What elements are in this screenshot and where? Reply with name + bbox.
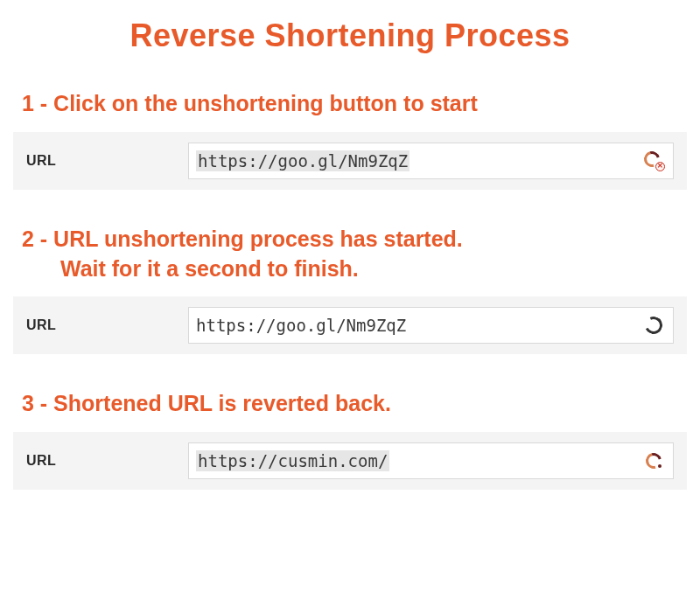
step-2-heading-line2: Wait for it a second to finish. bbox=[22, 254, 687, 284]
step-2-heading-line1: 2 - URL unshortening process has started… bbox=[22, 226, 463, 251]
page-title: Reverse Shortening Process bbox=[13, 17, 687, 54]
step-3-url-row: URL https://cusmin.com/ bbox=[13, 432, 687, 490]
step-2-heading: 2 - URL unshortening process has started… bbox=[13, 225, 687, 284]
url-input[interactable]: https://goo.gl/Nm9ZqZ bbox=[196, 150, 410, 171]
url-input[interactable]: https://cusmin.com/ bbox=[196, 450, 389, 471]
url-input[interactable]: https://goo.gl/Nm9ZqZ bbox=[196, 316, 636, 335]
step-2: 2 - URL unshortening process has started… bbox=[13, 225, 687, 355]
loading-spinner-icon bbox=[643, 315, 664, 336]
url-input-container: https://cusmin.com/ bbox=[188, 442, 674, 479]
url-input-container: https://goo.gl/Nm9ZqZ ✕ bbox=[188, 143, 674, 179]
url-label: URL bbox=[26, 153, 188, 169]
step-1-heading-text: 1 - Click on the unshortening button to … bbox=[22, 91, 478, 115]
unshorten-button-icon[interactable] bbox=[643, 450, 664, 471]
step-1-heading: 1 - Click on the unshortening button to … bbox=[13, 89, 687, 119]
step-3-heading-text: 3 - Shortened URL is reverted back. bbox=[22, 391, 391, 415]
step-2-url-row: URL https://goo.gl/Nm9ZqZ bbox=[13, 296, 687, 354]
step-3: 3 - Shortened URL is reverted back. URL … bbox=[13, 389, 687, 490]
unshorten-button-icon[interactable]: ✕ bbox=[643, 150, 664, 171]
step-1: 1 - Click on the unshortening button to … bbox=[13, 89, 687, 190]
url-label: URL bbox=[26, 317, 188, 333]
step-1-url-row: URL https://goo.gl/Nm9ZqZ ✕ bbox=[13, 132, 687, 190]
url-label: URL bbox=[26, 453, 188, 469]
step-3-heading: 3 - Shortened URL is reverted back. bbox=[13, 389, 687, 419]
url-input-container: https://goo.gl/Nm9ZqZ bbox=[188, 307, 674, 344]
